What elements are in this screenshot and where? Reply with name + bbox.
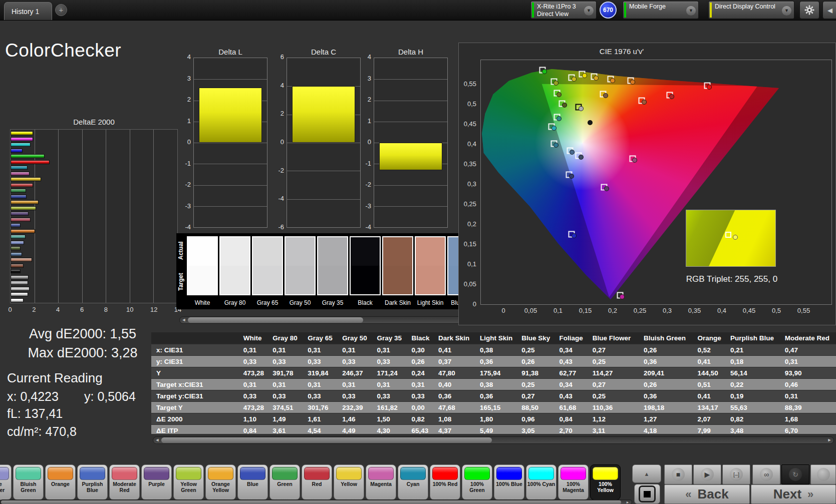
axis-tick-label: 0,15: [464, 240, 476, 248]
row-label: x: CIE31: [151, 344, 240, 356]
add-tab-button[interactable]: +: [55, 4, 67, 16]
pattern-button-yellow[interactable]: Yellow: [334, 464, 364, 500]
table-cell: 0,31: [339, 344, 374, 356]
swatch-dark-skin: [382, 236, 413, 295]
axis-tick-label: 4: [359, 53, 371, 61]
pattern-button-bluish-green[interactable]: Bluish Green: [13, 464, 44, 500]
meter-name: X-Rite i1Pro 3: [537, 3, 583, 11]
table-cell: 0,47: [782, 344, 836, 356]
pattern-button-100-red[interactable]: 100% Red: [430, 464, 460, 500]
pattern-button-100-green[interactable]: 100% Green: [462, 464, 492, 500]
cie-measure-dot: [570, 150, 575, 155]
pattern-source-dropdown[interactable]: Mobile Forge ▼: [623, 1, 699, 19]
pattern-button-moderate-red[interactable]: Moderate Red: [109, 464, 140, 500]
axis-tick-label: -2: [359, 181, 371, 188]
pattern-button-100-yellow[interactable]: 100% Yellow: [590, 464, 621, 500]
pattern-button-label: 100% Green: [462, 481, 492, 493]
cie-measure-dot: [620, 294, 625, 299]
cie-measure-dot: [707, 85, 712, 90]
color-chip: [496, 467, 522, 480]
pattern-button-purplish-blue[interactable]: Purplish Blue: [77, 464, 108, 500]
pattern-button-green[interactable]: Green: [269, 464, 300, 500]
pattern-button-100-magenta[interactable]: 100% Magenta: [558, 464, 589, 500]
scroll-right-icon[interactable]: ►: [826, 437, 833, 443]
table-header-cell: Bluish Green: [641, 332, 695, 344]
table-cell: 1,49: [269, 413, 305, 425]
swatch-label: Black: [350, 299, 381, 306]
swatch-gray-50: [285, 236, 316, 295]
gridline: [194, 164, 267, 164]
play-button[interactable]: ▶: [693, 464, 721, 484]
scroll-left-icon[interactable]: ◄: [154, 437, 161, 443]
table-cell: 0,43: [556, 390, 590, 402]
table-header-cell: Gray 50: [339, 332, 374, 344]
table-cell: 175,94: [477, 367, 518, 379]
cie-measure-dot: [669, 94, 674, 99]
axis-tick-label: 0,45: [464, 120, 476, 128]
swatch-scrollbar[interactable]: ◄ ►: [179, 316, 478, 324]
table-cell: 0,33: [240, 356, 269, 367]
meter-mode: Direct View: [537, 11, 583, 18]
swatch-scrollbar-thumb[interactable]: [188, 317, 363, 323]
table-cell: 0,22: [727, 379, 782, 390]
pattern-button-cyan[interactable]: Cyan: [398, 464, 428, 500]
swatch-target: [188, 266, 217, 294]
next-button[interactable]: Next »: [751, 484, 836, 504]
axis-tick-label: 0,55: [797, 307, 810, 314]
pattern-button-yellow-green[interactable]: Yellow Green: [173, 464, 204, 500]
gridline: [374, 206, 447, 207]
axis-tick-label: 0,5: [467, 100, 476, 108]
meter-dropdown[interactable]: X-Rite i1Pro 3 Direct View ▼: [530, 1, 597, 19]
pattern-window-button[interactable]: [634, 484, 660, 504]
pattern-button-100-blue[interactable]: 100% Blue: [494, 464, 524, 500]
cie-measure-dot: [582, 73, 587, 78]
table-cell: 47,80: [435, 367, 477, 379]
pattern-button-orange-yellow[interactable]: Orange Yellow: [205, 464, 236, 500]
pattern-button-magenta[interactable]: Magenta: [366, 464, 396, 500]
back-button[interactable]: « Back: [664, 484, 750, 504]
cie-measure-dot: [642, 100, 647, 105]
scroll-right-icon[interactable]: ►: [624, 500, 631, 504]
axis-tick-label: 0,05: [464, 280, 476, 288]
collapse-strip-button[interactable]: ▲: [632, 464, 661, 483]
settings-button[interactable]: [799, 1, 819, 19]
table-cell: 0,34: [556, 379, 590, 390]
table-cell: 0,26: [518, 356, 556, 367]
continuous-measure-button[interactable]: ↻: [781, 464, 809, 484]
pattern-button-red[interactable]: Red: [302, 464, 332, 500]
table-row-e-2000: ΔE 20001,101,491,611,461,500,821,081,800…: [151, 413, 836, 425]
workflow-status-stripe: [710, 3, 712, 18]
gridline: [153, 130, 154, 303]
table-cell: 0,36: [477, 390, 518, 402]
pattern-button-orange[interactable]: Orange: [45, 464, 76, 500]
table-cell: 0,33: [240, 390, 269, 402]
gridline: [194, 185, 267, 186]
blank-transport-button[interactable]: [810, 464, 836, 484]
axis-tick-label: 0: [178, 138, 191, 146]
table-cell: 1,68: [782, 413, 836, 425]
swatch-target: [318, 266, 347, 294]
pattern-strip-scrollbar[interactable]: ►: [0, 499, 632, 504]
pattern-button-blue-flower[interactable]: Blue Flower: [0, 464, 12, 500]
table-row-x-cie31: x: CIE310,310,310,310,310,310,300,410,38…: [151, 344, 836, 356]
pattern-button-blue[interactable]: Blue: [237, 464, 268, 500]
color-chip: [561, 467, 586, 480]
stop-button[interactable]: ■: [664, 464, 692, 484]
table-cell: 7,99: [695, 425, 727, 434]
pattern-button-purple[interactable]: Purple: [141, 464, 172, 500]
pattern-size-button[interactable]: [–]: [722, 464, 750, 484]
axis-tick-label: 0,4: [467, 140, 476, 148]
cie-measure-dot: [556, 92, 562, 97]
pattern-button-100-cyan[interactable]: 100% Cyan: [526, 464, 556, 500]
axis-tick-label: 10: [126, 306, 133, 313]
pattern-strip-scrollbar-thumb[interactable]: [1, 500, 621, 504]
meter-count-badge[interactable]: 670: [600, 2, 617, 19]
table-scrollbar[interactable]: ◄ ►: [153, 436, 834, 444]
history-tab[interactable]: History 1: [4, 2, 52, 20]
collapse-panel-button[interactable]: ◀: [822, 1, 836, 19]
scroll-left-icon[interactable]: ◄: [180, 317, 187, 323]
display-control-dropdown[interactable]: Direct Display Control ▼: [708, 1, 794, 19]
table-scrollbar-thumb[interactable]: [161, 437, 492, 443]
loop-button[interactable]: ∞: [752, 464, 780, 484]
de-bar-dark-skin: [11, 264, 24, 268]
